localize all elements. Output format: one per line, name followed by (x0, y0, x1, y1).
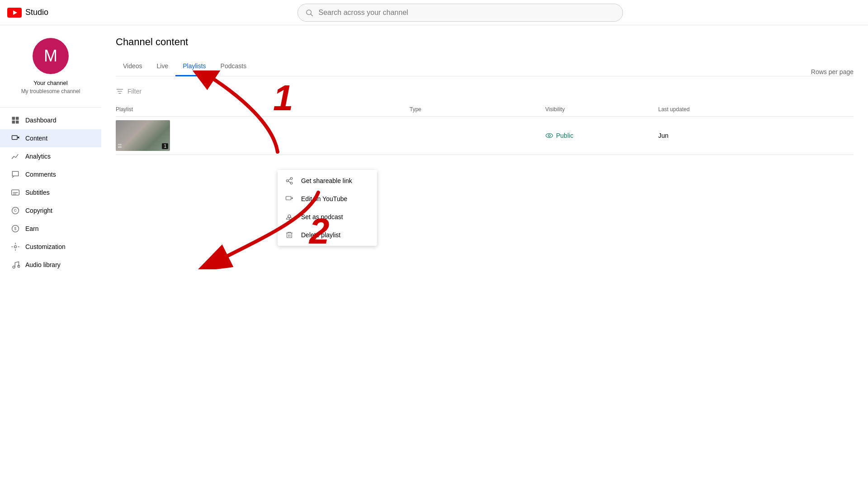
podcast-icon (285, 212, 294, 221)
sidebar-item-comments[interactable]: Comments (0, 165, 101, 183)
tab-live[interactable]: Live (150, 57, 176, 76)
your-channel-label: Your channel (33, 80, 67, 86)
channel-info: M Your channel My troublesome channel (0, 29, 101, 103)
sidebar-item-subtitles[interactable]: Subtitles (0, 183, 101, 202)
search-bar[interactable] (297, 4, 623, 22)
youtube-logo-icon (7, 8, 22, 18)
eye-icon (545, 131, 553, 140)
svg-marker-9 (17, 136, 19, 139)
copyright-icon: © (11, 206, 20, 215)
svg-line-3 (311, 14, 312, 16)
visibility-cell: Public (545, 131, 658, 140)
svg-point-27 (290, 182, 292, 184)
shareable-link-label: Get shareable link (301, 177, 352, 184)
subtitles-icon (11, 188, 20, 197)
svg-text:©: © (14, 208, 17, 213)
svg-rect-8 (12, 136, 18, 139)
col-last-updated: Last updated (658, 106, 854, 113)
sidebar-item-analytics[interactable]: Analytics (0, 147, 101, 165)
header: Studio (0, 0, 868, 25)
sidebar-item-audio-library[interactable]: Audio library (0, 256, 101, 274)
sidebar-item-copyright[interactable]: © Copyright (0, 202, 101, 220)
svg-point-17 (14, 246, 17, 248)
rows-per-page: Rows per page (811, 68, 854, 75)
col-type: Type (410, 106, 545, 113)
col-visibility: Visibility (545, 106, 658, 113)
earn-icon: $ (11, 224, 20, 233)
svg-rect-30 (286, 197, 291, 200)
col-playlist: Playlist (116, 106, 410, 113)
dashboard-icon (11, 116, 20, 125)
svg-line-28 (288, 179, 291, 180)
table-header: Playlist Type Visibility Last updated (116, 103, 854, 117)
svg-point-24 (548, 135, 551, 137)
sidebar-item-content[interactable]: Content (0, 129, 101, 147)
filter-placeholder[interactable]: Filter (127, 88, 142, 95)
tabs: Videos Live Playlists Podcasts (116, 57, 854, 76)
playlist-queue-icon: ☰ (118, 143, 122, 149)
last-updated-cell: Jun (658, 132, 854, 139)
tab-podcasts[interactable]: Podcasts (213, 57, 254, 76)
svg-point-32 (288, 215, 291, 218)
svg-rect-7 (16, 121, 19, 124)
sidebar-item-earn[interactable]: $ Earn (0, 220, 101, 238)
content-icon (11, 134, 20, 143)
youtube-edit-icon (285, 194, 294, 203)
tab-videos[interactable]: Videos (116, 57, 150, 76)
sidebar: M Your channel My troublesome channel Da… (0, 25, 101, 488)
search-icon (305, 9, 313, 17)
share-icon (285, 176, 294, 185)
video-count-badge: 1 (162, 143, 168, 149)
playlist-cell: 1 ☰ (116, 120, 410, 151)
svg-text:$: $ (14, 226, 17, 231)
svg-point-26 (286, 180, 288, 182)
svg-rect-34 (287, 233, 292, 238)
filter-icon (116, 87, 124, 95)
svg-line-29 (288, 181, 291, 183)
svg-point-23 (546, 134, 553, 138)
svg-rect-5 (16, 117, 19, 120)
context-item-edit-youtube[interactable]: Edit on YouTube (278, 190, 377, 208)
set-podcast-label: Set as podcast (301, 213, 343, 221)
sidebar-item-dashboard[interactable]: Dashboard (0, 111, 101, 129)
comments-icon (11, 170, 20, 179)
main-content: Channel content Videos Live Playlists Po… (101, 25, 868, 166)
logo[interactable]: Studio (7, 8, 48, 18)
search-input[interactable] (319, 9, 615, 17)
context-item-set-podcast[interactable]: Set as podcast (278, 208, 377, 226)
sidebar-divider (0, 107, 101, 108)
delete-playlist-label: Delete playlist (301, 231, 340, 239)
channel-name: My troublesome channel (21, 88, 80, 94)
trash-icon (285, 230, 294, 239)
svg-rect-4 (12, 117, 15, 120)
svg-point-25 (290, 178, 292, 180)
avatar: M (33, 38, 69, 74)
sidebar-item-customization[interactable]: Customization (0, 238, 101, 256)
edit-youtube-label: Edit on YouTube (301, 195, 347, 202)
studio-label: Studio (25, 8, 48, 17)
visibility-label: Public (556, 132, 573, 139)
audio-library-icon (11, 260, 20, 269)
context-item-shareable-link[interactable]: Get shareable link (278, 172, 377, 190)
page-title: Channel content (116, 36, 854, 48)
playlist-thumbnail: 1 ☰ (116, 120, 170, 151)
analytics-icon (11, 152, 20, 161)
svg-point-18 (13, 266, 15, 268)
customization-icon (11, 242, 20, 251)
table-row: 1 ☰ Public Jun (116, 117, 854, 155)
context-item-delete-playlist[interactable]: Delete playlist (278, 226, 377, 244)
filter-bar: Filter (116, 84, 854, 99)
svg-rect-6 (12, 121, 15, 124)
context-menu: Get shareable link Edit on YouTube Set (278, 170, 377, 246)
tab-playlists[interactable]: Playlists (175, 57, 213, 76)
